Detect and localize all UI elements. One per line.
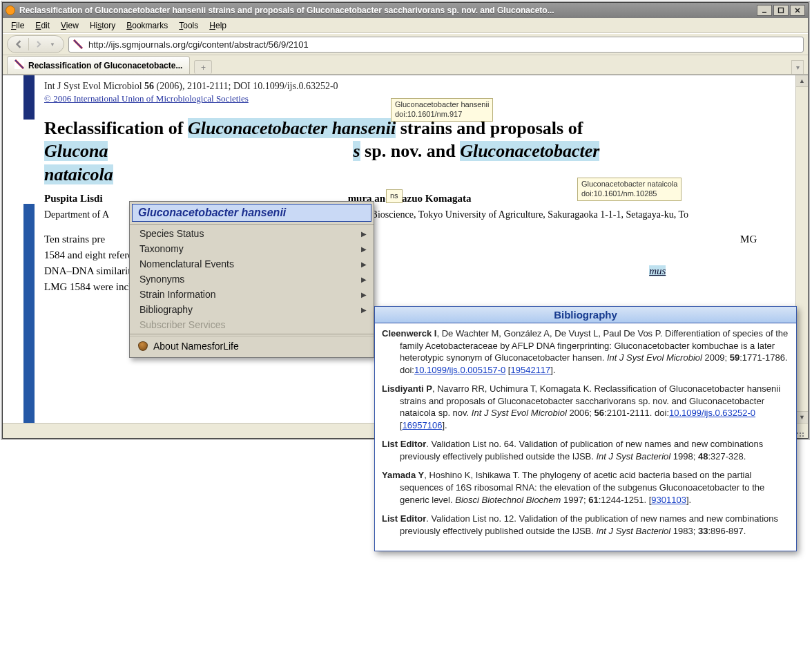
menu-history[interactable]: History	[84, 19, 121, 32]
nav-buttons: ▼	[7, 35, 64, 53]
tab-favicon-icon	[14, 59, 24, 71]
bib-pmid-link[interactable]: 9301103	[651, 495, 686, 505]
ctx-subscriber: Subscriber Services	[130, 317, 374, 332]
ctx-strain-info[interactable]: Strain Information▶	[130, 287, 374, 302]
bibliography-popup: Bibliography Cleenwerck I, De Wachter M,…	[374, 306, 797, 551]
chevron-right-icon: ▶	[361, 291, 367, 298]
new-tab-button[interactable]: +	[194, 60, 212, 74]
tab-label: Reclassification of Gluconacetobacte...	[28, 61, 182, 70]
tab-list-button[interactable]: ▾	[791, 60, 804, 74]
ctx-taxonomy[interactable]: Taxonomy▶	[130, 241, 374, 256]
maximize-button[interactable]	[773, 5, 789, 16]
ctx-bibliography[interactable]: Bibliography▶	[130, 302, 374, 317]
menu-file[interactable]: File	[6, 19, 30, 32]
bib-entry-2: Lisdiyanti P, Navarro RR, Uchimura T, Ko…	[382, 383, 789, 431]
url-input[interactable]	[87, 39, 799, 50]
back-button[interactable]	[12, 37, 26, 51]
bib-entry-1: Cleenwerck I, De Wachter M, González A, …	[382, 327, 789, 376]
scrollbar-vertical[interactable]: ▲ ▼	[795, 75, 808, 423]
chevron-right-icon: ▶	[361, 245, 367, 253]
ctx-about[interactable]: About NamesforLife	[130, 336, 374, 357]
menubar: File Edit View History Bookmarks Tools H…	[3, 18, 808, 33]
ctx-synonyms[interactable]: Synonyms▶	[130, 272, 374, 287]
menu-edit[interactable]: Edit	[30, 19, 55, 32]
ctx-nomenclatural[interactable]: Nomenclatural Events▶	[130, 256, 374, 272]
acorn-icon	[138, 341, 148, 351]
tooltip-nataicola: Gluconacetobacter nataicoladoi:10.1601/n…	[577, 178, 682, 201]
ctx-species-status[interactable]: Species Status▶	[130, 226, 374, 241]
journal-citation: Int J Syst Evol Microbiol 56 (2006), 210…	[44, 81, 789, 92]
titlebar: Reclassification of Gluconacetobacter ha…	[3, 3, 808, 18]
bib-entry-3: List Editor. Validation List no. 64. Val…	[382, 438, 789, 462]
species-hl-sacchar-left[interactable]: Glucona	[44, 141, 108, 161]
tab-strip: Reclassification of Gluconacetobacte... …	[3, 55, 808, 75]
plus-icon: +	[201, 63, 206, 73]
ctx-header: Gluconacetobacter hansenii	[132, 204, 371, 222]
menu-view[interactable]: View	[55, 19, 84, 32]
menu-bookmarks[interactable]: Bookmarks	[121, 19, 173, 32]
nav-separator	[28, 38, 29, 50]
tab-active[interactable]: Reclassification of Gluconacetobacte...	[7, 56, 190, 74]
minimize-button[interactable]	[757, 5, 772, 16]
bib-doi-link[interactable]: 10.1099/ijs.0.63252-0	[669, 408, 755, 418]
species-hl-gluconacetobacter[interactable]: Gluconacetobacter	[460, 141, 599, 161]
species-hl-nataicola[interactable]: nataicola	[44, 164, 113, 184]
window-title: Reclassification of Gluconacetobacter ha…	[19, 6, 757, 15]
chevron-right-icon: ▶	[361, 306, 367, 314]
scroll-down-button[interactable]: ▼	[796, 411, 808, 423]
namesforlife-context-menu: Gluconacetobacter hansenii Species Statu…	[129, 201, 374, 358]
menu-tools[interactable]: Tools	[173, 19, 204, 32]
bib-entry-4: Yamada Y, Hoshino K, Ishikawa T. The phy…	[382, 469, 789, 506]
article-title: Reclassification of Gluconacetobacter ha…	[44, 117, 789, 186]
chevron-right-icon: ▶	[361, 276, 367, 283]
nav-dropdown[interactable]: ▼	[46, 37, 59, 51]
tooltip-hansenii: Gluconacetobacter hanseniidoi:10.1601/nm…	[391, 98, 493, 122]
bib-entry-5: List Editor. Validation List no. 12. Val…	[382, 513, 789, 537]
copyright-link[interactable]: © 2006 International Union of Microbiolo…	[44, 93, 249, 104]
svg-rect-1	[779, 8, 784, 13]
menu-help[interactable]: Help	[204, 19, 232, 32]
scroll-up-button[interactable]: ▲	[796, 75, 808, 87]
journal-sidebar: IJSEM y for General Microbiology	[3, 75, 35, 423]
url-bar[interactable]	[68, 37, 804, 53]
forward-button[interactable]	[32, 37, 46, 51]
tooltip-ns: ns	[386, 189, 403, 203]
firefox-icon	[6, 6, 15, 15]
chevron-right-icon: ▶	[361, 260, 367, 268]
bib-pmid-link[interactable]: 19542117	[510, 365, 550, 375]
site-favicon-icon	[73, 39, 83, 49]
bib-doi-link[interactable]: 10.1099/ijs.0.005157-0	[414, 365, 505, 375]
species-hl-hansenii[interactable]: Gluconacetobacter hansenii	[188, 118, 396, 138]
bibliography-header: Bibliography	[375, 307, 796, 323]
close-button[interactable]	[790, 5, 805, 16]
species-hl-sacchar-right[interactable]: s	[353, 141, 360, 161]
nav-toolbar: ▼	[3, 33, 808, 55]
bib-pmid-link[interactable]: 16957106	[403, 420, 443, 430]
chevron-right-icon: ▶	[361, 230, 367, 238]
mus-link[interactable]: mus	[649, 265, 666, 276]
